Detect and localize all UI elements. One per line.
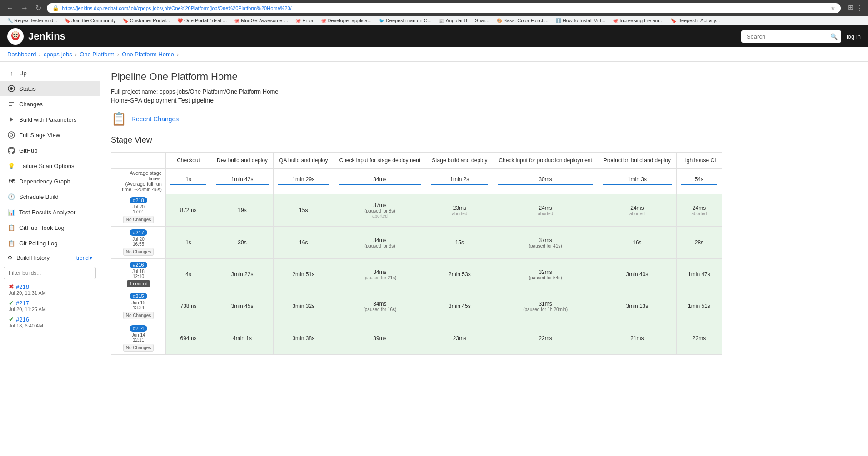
bookmark-mungell[interactable]: 🐙 MunGell/awesome-... (231, 17, 291, 24)
bookmark-community[interactable]: 🔖 Join the Community (62, 17, 118, 24)
build-cell-217: #217 Jul 2016:55 No Changes (111, 227, 166, 259)
build-badge-216[interactable]: #216 (130, 262, 147, 268)
stage-214-dev[interactable]: 4min 1s (211, 322, 274, 355)
bookmark-sass[interactable]: 🎨 Sass: Color Functi... (494, 17, 551, 24)
stage-214-qa[interactable]: 3min 38s (274, 322, 334, 355)
sidebar-item-changes[interactable]: Changes (0, 96, 100, 112)
stage-218-stage-build[interactable]: 23ms aborted (426, 194, 493, 227)
build-link-218[interactable]: #218 (16, 283, 29, 290)
bookmark-label: Angular 8 — Shar... (446, 18, 489, 23)
url-bar[interactable]: 🔒 https://jenkins.dxp.redhat.com/job/cpo… (47, 3, 841, 13)
stage-note: (paused for 21s) (336, 275, 424, 280)
stage-217-lighthouse[interactable]: 28s (676, 227, 722, 259)
stage-214-prod[interactable]: 21ms (598, 322, 676, 355)
build-badge-215[interactable]: #215 (130, 293, 147, 299)
no-changes-btn-215[interactable]: No Changes (115, 312, 162, 319)
bookmark-customer[interactable]: 🔖 Customer Portal... (120, 17, 173, 24)
build-item-218[interactable]: ✖ #218 Jul 20, 11:31 AM (0, 281, 100, 297)
stage-217-dev[interactable]: 30s (211, 227, 274, 259)
build-link-217[interactable]: #217 (16, 300, 29, 307)
stage-215-lighthouse[interactable]: 1min 51s (676, 290, 722, 322)
stage-215-qa[interactable]: 3min 32s (274, 290, 334, 322)
no-changes-btn-218[interactable]: No Changes (115, 216, 162, 223)
bookmark-angular[interactable]: 📰 Angular 8 — Shar... (436, 17, 492, 24)
stage-215-prod[interactable]: 3min 13s (598, 290, 676, 322)
stage-218-prod[interactable]: 24ms aborted (598, 194, 676, 227)
bookmark-devapp[interactable]: 🐙 Developer applica... (318, 17, 374, 24)
jenkins-logo[interactable]: Jenkins (7, 28, 65, 45)
stage-214-check-stage[interactable]: 39ms (334, 322, 426, 355)
stage-217-stage-build[interactable]: 15s (426, 227, 493, 259)
stage-217-check-stage[interactable]: 34ms (paused for 3s) (334, 227, 426, 259)
stage-217-qa[interactable]: 16s (274, 227, 334, 259)
sidebar-item-failure-scan[interactable]: 💡 Failure Scan Options (0, 158, 100, 173)
stage-218-dev[interactable]: 19s (211, 194, 274, 227)
bookmark-error[interactable]: 🐙 Error (293, 17, 316, 24)
stage-218-check-stage[interactable]: 37ms (paused for 8s) aborted (334, 194, 426, 227)
no-changes-btn-214[interactable]: No Changes (115, 344, 162, 352)
stage-216-lighthouse[interactable]: 1min 47s (676, 259, 722, 290)
sidebar-item-build-params[interactable]: Build with Parameters (0, 112, 100, 127)
sidebar-item-github-hook[interactable]: 📋 GitHub Hook Log (0, 220, 100, 235)
stage-216-qa[interactable]: 2min 51s (274, 259, 334, 290)
stage-216-dev[interactable]: 3min 22s (211, 259, 274, 290)
stage-val: 31ms (495, 301, 595, 307)
sidebar-item-git-polling[interactable]: 📋 Git Polling Log (0, 235, 100, 251)
commit-btn-216[interactable]: 1 commit (115, 280, 162, 287)
sidebar-item-schedule[interactable]: 🕐 Schedule Build (0, 189, 100, 204)
stage-216-check-prod[interactable]: 32ms (paused for 54s) (493, 259, 598, 290)
build-badge-217[interactable]: #217 (130, 229, 147, 236)
trend-button[interactable]: trend ▾ (76, 255, 92, 261)
bookmark-regex[interactable]: 🔧 Regex Tester and... (5, 17, 60, 24)
stage-215-checkout[interactable]: 738ms (166, 290, 211, 322)
sidebar-item-full-stage[interactable]: Full Stage View (0, 127, 100, 143)
build-item-217[interactable]: ✔ #217 Jul 20, 11:25 AM (0, 297, 100, 314)
stage-216-stage-build[interactable]: 2min 53s (426, 259, 493, 290)
stage-218-lighthouse[interactable]: 24ms aborted (676, 194, 722, 227)
sidebar-item-dependency[interactable]: 🗺 Dependency Graph (0, 173, 100, 189)
build-badge-214[interactable]: #214 (130, 325, 147, 332)
bookmark-activity[interactable]: 🔖 Deepesh_Activity... (668, 17, 723, 24)
breadcrumb-oneplatform[interactable]: One Platform (80, 51, 115, 58)
sidebar-item-github[interactable]: GitHub (0, 143, 100, 158)
stage-216-prod[interactable]: 3min 40s (598, 259, 676, 290)
breadcrumb-dashboard[interactable]: Dashboard (7, 51, 36, 58)
stage-215-check-stage[interactable]: 34ms (paused for 16s) (334, 290, 426, 322)
breadcrumb-home[interactable]: One Platform Home (122, 51, 174, 58)
sidebar-item-status[interactable]: Status (0, 81, 100, 96)
bookmark-deepesh[interactable]: 🐦 Deepesh nair on C... (376, 17, 434, 24)
stage-216-check-stage[interactable]: 34ms (paused for 21s) (334, 259, 426, 290)
stage-218-check-prod[interactable]: 24ms aborted (493, 194, 598, 227)
bookmark-virt[interactable]: ℹ️ How to Install Virt... (553, 17, 609, 24)
stage-217-check-prod[interactable]: 37ms (paused for 41s) (493, 227, 598, 259)
stage-218-checkout[interactable]: 872ms (166, 194, 211, 227)
back-button[interactable]: ← (5, 3, 15, 13)
stage-214-lighthouse[interactable]: 22ms (676, 322, 722, 355)
sidebar-item-test-results[interactable]: 📊 Test Results Analyzer (0, 204, 100, 220)
login-link[interactable]: log in (847, 33, 861, 40)
build-badge-218[interactable]: #218 (115, 197, 162, 203)
stage-217-prod[interactable]: 16s (598, 227, 676, 259)
stage-217-checkout[interactable]: 1s (166, 227, 211, 259)
filter-builds-input[interactable] (4, 267, 96, 279)
sidebar-item-up[interactable]: ↑ Up (0, 65, 100, 81)
search-input[interactable] (741, 30, 841, 43)
stage-215-dev[interactable]: 3min 45s (211, 290, 274, 322)
bookmark-portal[interactable]: ❤️ One Portal / dsal ... (175, 17, 229, 24)
stage-216-checkout[interactable]: 4s (166, 259, 211, 290)
bookmark-increasing[interactable]: 🐙 Increasing the am... (610, 17, 666, 24)
stage-218-qa[interactable]: 15s (274, 194, 334, 227)
main-content: Pipeline One Platform Home Full project … (100, 62, 868, 456)
stage-214-check-prod[interactable]: 22ms (493, 322, 598, 355)
no-changes-btn-217[interactable]: No Changes (115, 248, 162, 256)
stage-215-check-prod[interactable]: 31ms (paused for 1h 20min) (493, 290, 598, 322)
build-item-216[interactable]: ✔ #216 Jul 18, 6:40 AM (0, 314, 100, 330)
recent-changes-link[interactable]: Recent Changes (131, 115, 179, 123)
breadcrumb-cpops[interactable]: cpops-jobs (44, 51, 72, 58)
stage-215-stage-build[interactable]: 3min 45s (426, 290, 493, 322)
build-link-216[interactable]: #216 (16, 316, 29, 323)
stage-214-checkout[interactable]: 694ms (166, 322, 211, 355)
reload-button[interactable]: ↻ (34, 3, 43, 13)
stage-214-stage-build[interactable]: 23ms (426, 322, 493, 355)
forward-button[interactable]: → (19, 3, 30, 13)
